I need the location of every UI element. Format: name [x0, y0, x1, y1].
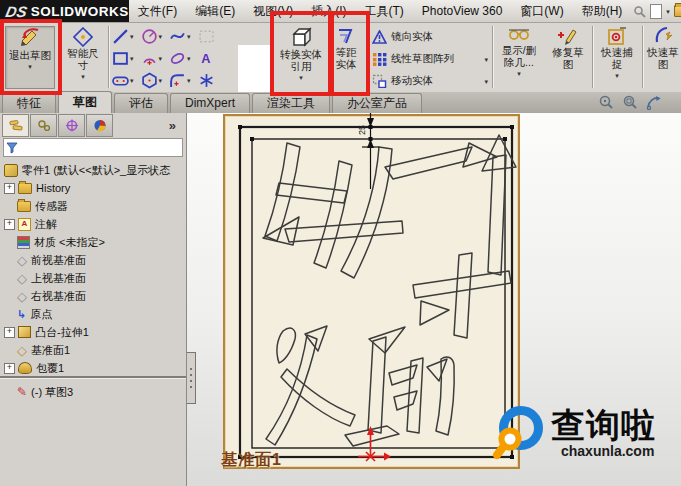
tab-sketch[interactable]: 草图 — [58, 91, 112, 113]
offset-entities-icon — [336, 26, 356, 46]
repair-sketch-icon — [558, 26, 578, 46]
rollback-bar[interactable] — [0, 376, 186, 378]
offset-entities-button[interactable]: 等距实体 — [332, 26, 360, 90]
tree-item-label: 包覆1 — [36, 361, 64, 376]
point-tool-icon[interactable] — [198, 72, 215, 89]
slot-tool-icon[interactable] — [112, 72, 129, 89]
menu-file[interactable]: 文件(F) — [129, 0, 186, 22]
spline-tool-dropdown-icon[interactable]: ▾ — [187, 33, 191, 40]
tree-filter-input[interactable] — [3, 138, 183, 157]
configuration-manager-tab[interactable] — [58, 114, 85, 137]
rapid-sketch-label: 快速草图 — [646, 47, 680, 71]
move-entities-button[interactable]: 移动实体 ▾ — [372, 74, 488, 88]
watermark-domain: chaxunla.com — [561, 443, 656, 459]
part-icon — [4, 164, 18, 177]
quick-snaps-button[interactable]: 快速捕捉 ▾ — [596, 26, 638, 90]
sketch-text-tool-icon[interactable]: A — [198, 50, 215, 67]
tree-item-plane1[interactable]: ◇ 基准面1 — [0, 341, 186, 359]
quick-snaps-icon — [607, 26, 627, 46]
line-tool-dropdown-icon[interactable]: ▾ — [130, 33, 134, 40]
open-folder-icon[interactable] — [674, 5, 681, 17]
spline-tool-icon[interactable] — [169, 28, 186, 45]
tree-item-sensors[interactable]: 传感器 — [0, 197, 186, 215]
ellipse-tool-dropdown-icon[interactable]: ▾ — [187, 55, 191, 62]
rapid-sketch-button[interactable]: 快速草图 — [645, 26, 681, 90]
tree-item-material[interactable]: 材质 <未指定> — [0, 233, 186, 251]
tree-root[interactable]: 零件1 (默认<<默认>_显示状态 — [0, 161, 186, 179]
tree-item-right-plane[interactable]: ◇ 右视基准面 — [0, 287, 186, 305]
polygon-tool-icon[interactable] — [141, 72, 158, 89]
tree-item-history[interactable]: + History — [0, 179, 186, 197]
expand-icon[interactable]: + — [4, 363, 15, 374]
new-document-dropdown-icon[interactable]: ▾ — [666, 8, 670, 15]
exit-sketch-button[interactable]: 退出草图 ▾ — [5, 26, 55, 89]
sketch-picture-tool-icon[interactable] — [198, 28, 215, 45]
circle-tool-dropdown-icon[interactable]: ▾ — [159, 33, 163, 40]
menu-tools[interactable]: 工具(T) — [356, 0, 413, 22]
slot-tool-dropdown-icon[interactable]: ▾ — [130, 77, 134, 84]
property-manager-tab[interactable] — [30, 114, 57, 137]
mirror-entities-button[interactable]: 镜向实体 — [372, 30, 488, 44]
expand-icon[interactable]: + — [4, 327, 15, 338]
arc-tool-dropdown-icon[interactable]: ▾ — [159, 55, 163, 62]
pin-search-icon[interactable] — [633, 5, 646, 18]
wrap-icon — [18, 362, 32, 374]
feature-tree-tab[interactable] — [2, 114, 29, 137]
tree-item-front-plane[interactable]: ◇ 前视基准面 — [0, 251, 186, 269]
zoom-to-fit-icon[interactable] — [598, 95, 614, 110]
polygon-tool-dropdown-icon[interactable]: ▾ — [159, 77, 163, 84]
repair-sketch-label: 修复草图 — [548, 47, 588, 71]
plane-name-label: 基准面1 — [221, 450, 282, 471]
convert-entities-button[interactable]: 转换实体引用 ▾ — [276, 26, 326, 90]
new-document-icon[interactable] — [650, 4, 662, 19]
smart-dimension-dropdown-icon[interactable]: ▾ — [81, 73, 85, 80]
exit-sketch-dropdown-icon[interactable]: ▾ — [28, 63, 32, 70]
tab-evaluate[interactable]: 评估 — [114, 93, 168, 113]
ellipse-tool-icon[interactable] — [169, 50, 186, 67]
tree-item-boss-extrude[interactable]: + 凸台-拉伸1 — [0, 323, 186, 341]
tab-render-tools[interactable]: 渲染工具 — [252, 93, 330, 113]
arc-tool-icon[interactable] — [141, 50, 158, 67]
line-tool-icon[interactable] — [112, 28, 129, 45]
display-delete-relations-button[interactable]: 显示/删除几... ▾ — [496, 26, 542, 90]
expand-icon[interactable]: + — [4, 219, 15, 230]
rotate-view-icon[interactable] — [646, 95, 662, 110]
menu-photoview[interactable]: PhotoView 360 — [413, 0, 512, 22]
tree-item-label: 基准面1 — [31, 343, 70, 358]
expand-icon[interactable]: + — [4, 183, 15, 194]
menu-view[interactable]: 视图(V) — [244, 0, 302, 22]
rectangle-tool-icon[interactable] — [112, 50, 129, 67]
fillet-tool-icon[interactable] — [169, 72, 186, 89]
plane-icon: ◇ — [17, 255, 27, 266]
tree-item-annotations[interactable]: + A 注解 — [0, 215, 186, 233]
move-entities-dropdown-icon[interactable]: ▾ — [484, 78, 488, 85]
rectangle-tool-dropdown-icon[interactable]: ▾ — [130, 55, 134, 62]
quick-snaps-dropdown-icon[interactable]: ▾ — [615, 72, 619, 79]
tab-features[interactable]: 特征 — [2, 93, 56, 113]
linear-sketch-pattern-dropdown-icon[interactable]: ▾ — [484, 56, 488, 63]
panel-splitter-handle[interactable] — [187, 352, 196, 404]
panel-expand-chevron[interactable]: » — [169, 118, 176, 133]
repair-sketch-button[interactable]: 修复草图 — [546, 26, 590, 90]
fillet-tool-dropdown-icon[interactable]: ▾ — [187, 77, 191, 84]
tree-item-top-plane[interactable]: ◇ 上视基准面 — [0, 269, 186, 287]
convert-entities-dropdown-icon[interactable]: ▾ — [299, 74, 303, 81]
tree-item-sketch3[interactable]: ✎ (-) 草图3 — [0, 383, 186, 401]
menu-window[interactable]: 窗口(W) — [511, 0, 572, 22]
tree-item-wrap1[interactable]: + 包覆1 — [0, 359, 186, 377]
tree-root-label: 零件1 (默认<<默认>_显示状态 — [22, 163, 170, 178]
display-manager-tab[interactable] — [86, 114, 113, 137]
menu-help[interactable]: 帮助(H) — [573, 0, 632, 22]
tree-item-origin[interactable]: ↳ 原点 — [0, 305, 186, 323]
display-manager-icon — [93, 119, 107, 132]
zoom-to-area-icon[interactable] — [622, 95, 638, 110]
convert-entities-icon — [290, 26, 312, 48]
tab-dimxpert[interactable]: DimXpert — [170, 93, 250, 113]
tab-office-products[interactable]: 办公室产品 — [332, 93, 422, 113]
menu-edit[interactable]: 编辑(E) — [186, 0, 244, 22]
display-delete-relations-dropdown-icon[interactable]: ▾ — [517, 70, 521, 77]
menu-insert[interactable]: 插入(I) — [302, 0, 355, 22]
linear-sketch-pattern-button[interactable]: 线性草图阵列 ▾ — [372, 52, 488, 66]
smart-dimension-button[interactable]: 智能尺寸 ▾ — [62, 27, 104, 87]
circle-tool-icon[interactable] — [141, 28, 158, 45]
